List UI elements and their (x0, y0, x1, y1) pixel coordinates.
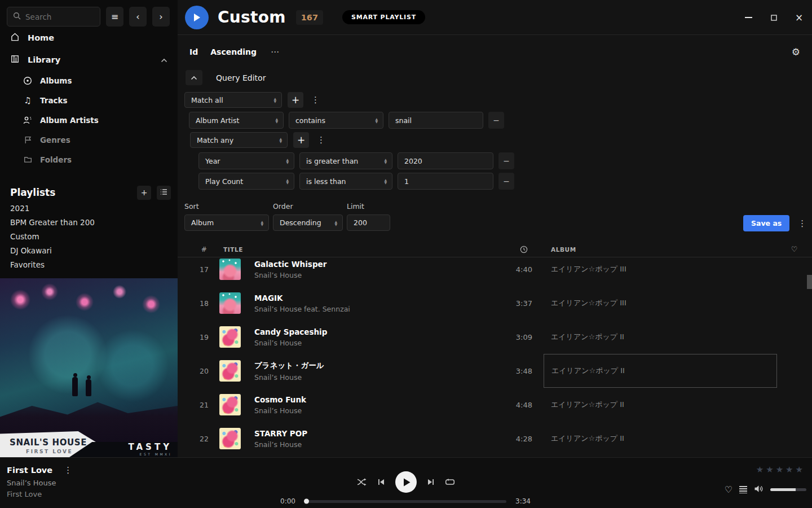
sort-field-button[interactable]: Id (189, 47, 198, 56)
save-as-button[interactable]: Save as (743, 215, 789, 231)
now-playing-album-art: SNAIL'S HOUSE FIRST LOVE TASTY EST MMXI (0, 278, 178, 457)
add-rule-button[interactable]: + (288, 92, 303, 108)
play-pause-button[interactable] (395, 471, 417, 493)
seek-bar[interactable] (304, 500, 506, 503)
favorite-button[interactable]: ♡ (725, 484, 732, 495)
order-select[interactable]: Descending ▲▼ (273, 214, 343, 231)
nav-back-button[interactable]: ‹ (129, 7, 147, 27)
rule-value-input[interactable] (398, 173, 493, 190)
playlist-item-2021[interactable]: 2021 (0, 201, 178, 215)
sidebar-item-home[interactable]: Home (0, 27, 178, 49)
rule-value-input[interactable] (398, 152, 493, 169)
sidebar-item-albums[interactable]: Albums (0, 71, 178, 90)
star-icon[interactable]: ★ (785, 465, 793, 475)
track-row[interactable]: 20 プラネット・ガール Snail’s House 3:48 エイリアン☆ポッ… (178, 354, 812, 388)
track-duration: 4:40 (487, 265, 532, 274)
playlist-item-favorites[interactable]: Favorites (0, 257, 178, 271)
elapsed-time: 0:00 (280, 497, 297, 505)
sort-direction-button[interactable]: Ascending (210, 47, 257, 56)
now-playing-album[interactable]: First Love (7, 490, 74, 498)
star-icon[interactable]: ★ (796, 465, 803, 475)
track-album-cell[interactable]: エイリアン☆ポップ II (544, 388, 777, 422)
track-album: エイリアン☆ポップ II (551, 332, 624, 342)
track-album-cell-focused[interactable]: エイリアン☆ポップ II (544, 354, 777, 388)
sidebar-item-genres[interactable]: Genres (0, 130, 178, 150)
track-album-cell[interactable]: エイリアン☆ポップ II (544, 422, 777, 456)
column-duration[interactable] (487, 246, 532, 253)
playlist-item-dj-okawari[interactable]: DJ Okawari (0, 243, 178, 257)
menu-button[interactable]: ≡ (106, 7, 123, 27)
playlist-list-button[interactable] (157, 186, 171, 200)
sidebar-item-label: Library (28, 55, 60, 64)
rule-value-input[interactable] (389, 112, 483, 129)
star-icon[interactable]: ★ (766, 465, 773, 475)
remove-rule-button[interactable]: − (498, 152, 514, 169)
previous-track-button[interactable] (377, 478, 385, 486)
rule-operator-select[interactable]: is less than ▲▼ (299, 173, 392, 190)
match-type-select[interactable]: Match any ▲▼ (190, 132, 288, 148)
sort-select[interactable]: Album ▲▼ (184, 214, 269, 231)
play-playlist-button[interactable] (185, 6, 209, 29)
save-menu-button[interactable]: ⋮ (796, 218, 809, 229)
star-icon[interactable]: ★ (776, 465, 783, 475)
shuffle-button[interactable] (357, 478, 367, 486)
limit-input[interactable] (347, 214, 390, 231)
chevron-up-icon (191, 76, 197, 80)
column-album[interactable]: ALBUM (544, 246, 777, 253)
seek-thumb[interactable] (304, 499, 309, 504)
minimize-button[interactable] (744, 14, 752, 21)
next-track-button[interactable] (427, 478, 435, 486)
playlist-item-custom[interactable]: Custom (0, 229, 178, 243)
chevron-up-icon[interactable] (161, 55, 167, 64)
sidebar-item-tracks[interactable]: ♫ Tracks (0, 90, 178, 110)
column-title[interactable]: TITLE (223, 246, 243, 253)
match-type-select[interactable]: Match all ▲▼ (184, 92, 282, 108)
playlist-item-bpm[interactable]: BPM Greater than 200 (0, 215, 178, 229)
add-playlist-button[interactable]: + (137, 186, 151, 200)
rule-field-select[interactable]: Album Artist ▲▼ (189, 112, 284, 129)
gear-icon[interactable]: ⚙ (792, 46, 800, 58)
query-rule: Album Artist ▲▼ contains ▲▼ − (189, 112, 812, 129)
track-album-cell[interactable]: エイリアン☆ポップ III (544, 286, 777, 320)
group-menu-button[interactable]: ⋮ (309, 95, 322, 105)
rule-field-select[interactable]: Play Count ▲▼ (198, 173, 294, 190)
rule-operator-select[interactable]: contains ▲▼ (289, 112, 383, 129)
scrollbar-thumb[interactable] (807, 275, 812, 289)
track-row[interactable]: 19 Candy Spaceship Snail’s House 3:09 エイ… (178, 320, 812, 354)
volume-slider[interactable] (770, 488, 806, 491)
sidebar-item-library[interactable]: Library (0, 49, 178, 71)
search-box[interactable] (7, 7, 100, 27)
disc-icon (23, 76, 33, 85)
add-rule-button[interactable]: + (293, 132, 309, 148)
track-row[interactable]: 21 Cosmo Funk Snail’s House 4:48 エイリアン☆ポ… (178, 388, 812, 422)
maximize-button[interactable] (770, 14, 778, 21)
track-album-cell[interactable]: エイリアン☆ポップ II (544, 320, 777, 354)
track-row[interactable]: 18 MAGIK Snail’s House feat. Sennzai 3:3… (178, 286, 812, 320)
skip-back-icon (377, 478, 385, 486)
remove-rule-button[interactable]: − (498, 173, 514, 190)
track-row[interactable]: 17 Galactic Whisper Snail’s House 4:40 エ… (178, 258, 812, 286)
collapse-query-editor-button[interactable] (186, 70, 202, 85)
track-row[interactable]: 22 STARRY POP Snail’s House 4:28 エイリアン☆ポ… (178, 422, 812, 456)
column-favorite[interactable]: ♡ (777, 245, 812, 253)
playlists-title: Playlists (10, 187, 131, 198)
queue-icon[interactable] (739, 486, 747, 493)
repeat-button[interactable] (445, 478, 455, 486)
close-button[interactable]: × (795, 14, 803, 21)
star-icon[interactable]: ★ (756, 465, 764, 475)
group-menu-button[interactable]: ⋮ (315, 135, 328, 145)
track-album-cell[interactable]: エイリアン☆ポップ III (544, 258, 777, 286)
sidebar-item-album-artists[interactable]: Album Artists (0, 110, 178, 130)
remove-rule-button[interactable]: − (488, 112, 504, 129)
sidebar-item-folders[interactable]: Folders (0, 150, 178, 169)
now-playing-menu-button[interactable]: ⋮ (61, 465, 74, 475)
playlist-label: Favorites (10, 260, 45, 269)
nav-forward-button[interactable]: › (152, 7, 170, 27)
rule-operator-select[interactable]: is greater than ▲▼ (299, 152, 392, 169)
more-options-button[interactable]: ⋯ (271, 47, 280, 57)
rule-field-select[interactable]: Year ▲▼ (198, 152, 294, 169)
volume-icon[interactable] (754, 484, 764, 495)
column-index[interactable]: # (192, 246, 217, 253)
now-playing-artist[interactable]: Snail’s House (7, 479, 74, 487)
search-input[interactable] (25, 12, 87, 21)
